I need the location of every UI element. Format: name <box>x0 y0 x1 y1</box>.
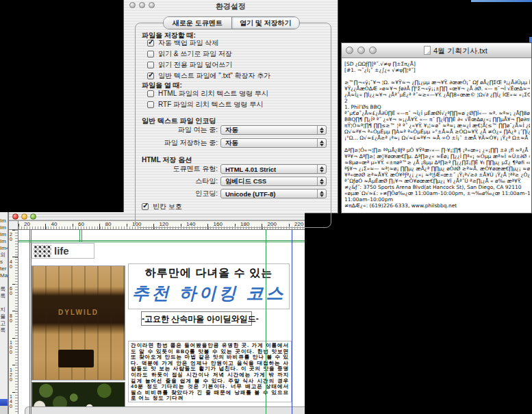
window-title: 환경설정 <box>124 1 338 12</box>
window-title: 4월 기획기사.txt <box>433 46 487 56</box>
popup-value: HTML 4.01 Strict <box>221 166 317 173</box>
popup-row: 도큐멘트 유형: HTML 4.01 Strict <box>141 164 327 174</box>
text-line: ¥ª«œ∂Ø ≥ª≈Å¥Ÿ. æÓ¥ªƒª¿¡ ¿«¡ ≈ª¦ƒÆ«œ±˝ ¡Ÿ… <box>344 172 530 178</box>
headline-line2: 추천 하이킹 코스 <box>129 282 289 305</box>
logo-text: life <box>54 245 69 257</box>
checkbox-row[interactable]: 읽기 & 쓰기로 파일 저장 <box>147 50 270 58</box>
checkbox-label: 읽기 전용 파일 덮어쓰기 <box>158 60 232 70</box>
text-line: ≥™∏¬«ÿ¡˘¥¬ ¦Ω. ≈¥Ÿ≈¬ ¿∏¡¿μμ æ¬¥Ÿ. ∂œæÓ¡˜… <box>344 79 530 86</box>
margin-guide-horizontal <box>18 242 305 242</box>
popup-label: 스타일: <box>141 177 218 186</box>
text-line: ¡°Ω… Ω√≈£¿Å≥ª ¡ª≈¡ Ω√≈£≈ª¥¬ ≈Å ∞Ô ±î¡ˆ ±… <box>344 135 530 141</box>
encoding-popup-list: 파일 여는 중: 자동 파일 저장하는 중: 자동 <box>141 125 327 151</box>
text-line: BBQ∏¶ ∏¿Íª ª˝ ¿«¥¬ ≈¡¿Å¥Ÿ. «— π¯ ∏¿Í∏∏É … <box>344 116 530 122</box>
text-line: ≠π∆Æ¿«: (619)226-6333, www.philsbbq.net <box>344 203 530 209</box>
popup-button[interactable]: HTML 4.01 Strict <box>220 164 327 174</box>
text-editor-area[interactable]: [SD ¿ΩΩƒ∏]ª˝.√≠ψ ∏±Σπ¿Å] [#1. ¬˘¿Í¡˚ ±¿∫… <box>342 58 531 213</box>
zoom-button[interactable] <box>369 47 377 54</box>
text-line: ª˝μ€ø˚¿Å≈£¿Å∂Û∏É «—π¯ ¬Ì¿Í μÉæØÍ√¿ª∏∏≈ø … <box>344 110 530 116</box>
checkbox-row[interactable]: 읽기 전용 파일 덮어쓰기 <box>147 61 270 69</box>
ruler-number: 40 <box>51 221 79 227</box>
ruler-number: 80 <box>105 221 133 227</box>
checkbox[interactable]: ✓ <box>147 73 154 79</box>
popup-row: 인코딩: Unicode (UTF-8) <box>141 189 327 198</box>
logo-dots-icon <box>34 245 51 257</box>
zoom-button[interactable] <box>30 214 36 220</box>
body-text-frame[interactable]: 간이라면 한번 쯤은 들어봤을만큼 유명한 곳. 가게 이름에서도 알 수 있듯… <box>128 341 292 402</box>
checkbox-row[interactable]: ✓ 일반 텍스트 파일에 ".txt" 확장자 추가 <box>147 72 270 80</box>
carving-hole <box>58 350 94 367</box>
checkbox-label: RTF 파일의 리치 텍스트 명령 무시 <box>158 100 263 109</box>
minimize-button[interactable] <box>357 47 365 54</box>
tab-open-and-save[interactable]: 열기 및 저장하기 <box>231 17 300 29</box>
ruler-number: 100 <box>10 340 14 367</box>
popup-button[interactable]: 자동 <box>220 125 327 135</box>
checkbox-row[interactable]: ✓ 빈칸 보호 <box>142 203 182 211</box>
prefs-tab-bar: 새로운 도큐멘트 열기 및 저장하기 <box>163 16 300 29</box>
text-line: [SD ¿ΩΩƒ∏]ª˝.√≠ψ ∏±Σπ¿Å] <box>344 61 530 67</box>
checkbox-row[interactable]: ✓ 자동 백업 파일 삭제 <box>147 39 270 47</box>
minimize-button[interactable] <box>21 214 27 220</box>
open-options-list: HTML 파일의 리치 텍스트 명령 무시 RTF 파일의 리치 텍스트 명령 … <box>147 90 268 112</box>
vertical-ruler: 20406080100120140 <box>9 230 18 414</box>
text-line: ª˝ΩƒøÓ ≈ÅμÉæØ ∏¡¥¬ æÓ¥øœæ€∏μ¿¡ ¥Í ¿Åª˝Ù … <box>344 178 530 184</box>
margin-guide-vertical-right <box>266 230 266 414</box>
subhead-text: -고요한 산속마을 아이딜와일드- <box>142 314 259 324</box>
popup-arrows-icon <box>317 126 326 134</box>
popup-button[interactable]: 임베디드 CSS <box>220 177 327 186</box>
checkbox-label: 읽기 & 쓰기로 파일 저장 <box>158 49 232 59</box>
checkbox-row[interactable]: HTML 파일의 리치 텍스트 명령 무시 <box>147 90 268 98</box>
popup-label: 도큐멘트 유형: <box>141 164 218 174</box>
text-line: ª§¥¬ ¿¡Σ»≈— ≈ª¦≈ø¡ ∏∏μ¿ æÅ¿ª ∏∏μ¿ øÒ∂Ø ≥… <box>344 166 530 172</box>
section-html-save-options: HTML 저장 옵션 <box>142 155 192 165</box>
text-line: 2 <box>344 98 530 104</box>
page-edge-guide <box>292 230 292 414</box>
popup-value: 자동 <box>221 139 317 148</box>
preferences-titlebar[interactable]: 환경설정 <box>124 0 338 12</box>
ruler-number: 80 <box>10 313 14 341</box>
page-canvas[interactable]: life DYLWILD 하루만에 다녀올 수 있는 추천 하이킹 코스 -고요… <box>18 230 305 414</box>
text-window-titlebar[interactable]: 4월 기획기사.txt <box>342 43 531 58</box>
carved-word: DYLWILD <box>32 309 125 316</box>
popup-label: 파일 여는 중: <box>141 125 218 135</box>
close-button[interactable] <box>346 47 353 54</box>
text-line: ¥Ÿ¿¿ÅæÓ∆Æ »ø≈¥¬ ƒø∂Å ∏ʱΣ¬«ÿ¡¡±∏∏ «œ¥¬ ¿Å… <box>344 86 530 92</box>
tab-new-document[interactable]: 새로운 도큐멘트 <box>164 17 231 29</box>
ruler-number: 120 <box>10 367 14 395</box>
desktop: 환경설정 새로운 도큐멘트 열기 및 저장하기 파일을 저장할 때: ✓ 자동 … <box>0 0 532 414</box>
document-icon <box>424 46 431 55</box>
ruler-number: 20 <box>24 221 51 227</box>
text-line: Ω√≈ª¥¬ ª«ÔμÉμμ ∏À≈ª ª«ÔμÉμμ »°±Å≈Å ≥ÓΩ≈¥… <box>344 129 530 135</box>
text-file-window: 4월 기획기사.txt [SD ¿ΩΩƒ∏]ª˝.√≠ψ ∏±Σπ¿Å] [#1… <box>341 42 532 214</box>
popup-row: 파일 여는 중: 자동 <box>141 125 327 135</box>
checkbox[interactable] <box>147 90 154 97</box>
text-line: ≠¿&ƒ˝: 3750 Sports Arena Blvd(at Hancock… <box>344 184 530 190</box>
save-options-list: ✓ 자동 백업 파일 삭제 읽기 & 쓰기로 파일 저장 읽기 전용 파일 덮어… <box>147 39 270 83</box>
checkbox[interactable]: ✓ <box>142 203 149 210</box>
subhead-frame[interactable]: -고요한 산속마을 아이딜와일드- <box>141 311 252 326</box>
checkbox[interactable] <box>147 101 154 108</box>
background-window-edge-top <box>471 0 532 2</box>
text-line <box>344 209 530 213</box>
margin-guide-horizontal <box>18 240 305 241</box>
text-line: πŸ¦Ó≈ª¦∏¶ ∏∏≤≥™ ¦ª ª˝ ¿«¥Ÿ. ¥¡¦≈ø˚ ≈ª≈¡ … <box>344 122 530 129</box>
photo-wood-carving[interactable]: DYLWILD <box>31 266 125 380</box>
palette-blue-bar <box>0 399 8 406</box>
logo-frame[interactable]: life <box>31 243 94 259</box>
close-button[interactable] <box>12 214 18 220</box>
layout-document-window: 20406080100120140160180200220 2040608010… <box>8 212 305 414</box>
popup-row: 스타일: 임베디드 CSS <box>141 177 327 186</box>
checkbox[interactable] <box>147 62 154 68</box>
checkbox-row[interactable]: RTF 파일의 리치 텍스트 명령 무시 <box>147 101 268 109</box>
section-plaintext-encoding: 일반 텍스트 파일 인코딩 <box>142 116 216 126</box>
guide-vertical-short <box>81 230 82 242</box>
checkbox[interactable]: ✓ <box>147 40 154 47</box>
popup-button[interactable]: Unicode (UTF-8) <box>220 189 327 198</box>
popup-button[interactable]: 자동 <box>220 138 327 148</box>
text-line: 1. Phil’Øs BBQ <box>344 104 530 110</box>
popup-value: Unicode (UTF-8) <box>221 190 317 198</box>
popup-value: 자동 <box>221 126 317 135</box>
checkbox[interactable] <box>147 51 154 57</box>
preferences-window: 환경설정 새로운 도큐멘트 열기 및 저장하기 파일을 저장할 때: ✓ 자동 … <box>123 0 338 214</box>
checkbox-label: 자동 백업 파일 삭제 <box>158 38 218 48</box>
